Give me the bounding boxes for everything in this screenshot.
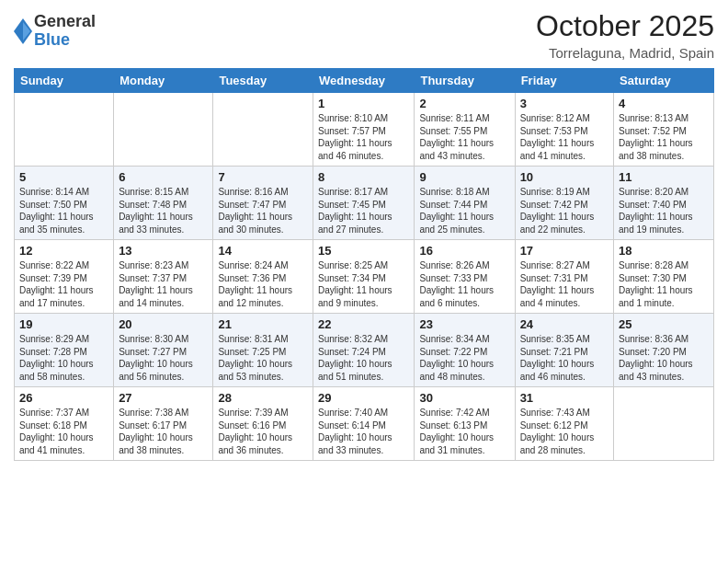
weekday-header-wednesday: Wednesday	[313, 69, 415, 93]
day-number: 18	[619, 244, 709, 258]
day-info: Sunrise: 8:30 AMSunset: 7:27 PMDaylight:…	[119, 333, 208, 383]
calendar-cell: 24Sunrise: 8:35 AMSunset: 7:21 PMDayligh…	[515, 314, 613, 387]
calendar-cell: 4Sunrise: 8:13 AMSunset: 7:52 PMDaylight…	[614, 93, 714, 167]
day-info: Sunrise: 8:14 AMSunset: 7:50 PMDaylight:…	[19, 186, 108, 236]
calendar-cell: 30Sunrise: 7:42 AMSunset: 6:13 PMDayligh…	[415, 387, 515, 461]
logo-text: General Blue	[34, 13, 96, 50]
day-info: Sunrise: 8:35 AMSunset: 7:21 PMDaylight:…	[520, 333, 609, 383]
day-info: Sunrise: 8:17 AMSunset: 7:45 PMDaylight:…	[318, 186, 409, 236]
day-number: 30	[419, 391, 509, 405]
day-number: 6	[119, 170, 208, 184]
day-number: 5	[19, 170, 108, 184]
day-info: Sunrise: 8:20 AMSunset: 7:40 PMDaylight:…	[619, 186, 709, 236]
logo-blue: Blue	[34, 31, 96, 50]
day-number: 17	[520, 244, 609, 258]
day-number: 21	[218, 317, 308, 331]
calendar-cell: 2Sunrise: 8:11 AMSunset: 7:55 PMDaylight…	[415, 93, 515, 167]
calendar-table: SundayMondayTuesdayWednesdayThursdayFrid…	[14, 68, 714, 461]
day-number: 19	[19, 317, 108, 331]
day-number: 26	[19, 391, 108, 405]
day-info: Sunrise: 8:22 AMSunset: 7:39 PMDaylight:…	[19, 259, 108, 309]
day-number: 1	[318, 97, 409, 110]
calendar-cell: 22Sunrise: 8:32 AMSunset: 7:24 PMDayligh…	[313, 314, 415, 387]
day-number: 8	[318, 170, 409, 184]
calendar-cell: 28Sunrise: 7:39 AMSunset: 6:16 PMDayligh…	[213, 387, 313, 461]
header: General Blue October 2025 Torrelaguna, M…	[14, 9, 714, 61]
calendar-cell	[114, 93, 213, 167]
calendar-cell: 21Sunrise: 8:31 AMSunset: 7:25 PMDayligh…	[213, 314, 313, 387]
day-number: 16	[419, 244, 509, 258]
day-info: Sunrise: 8:23 AMSunset: 7:37 PMDaylight:…	[119, 259, 208, 309]
calendar-cell: 31Sunrise: 7:43 AMSunset: 6:12 PMDayligh…	[515, 387, 613, 461]
month-title: October 2025	[536, 9, 714, 43]
calendar-week-row: 19Sunrise: 8:29 AMSunset: 7:28 PMDayligh…	[15, 314, 714, 387]
day-info: Sunrise: 8:28 AMSunset: 7:30 PMDaylight:…	[619, 259, 709, 309]
logo-general: General	[34, 13, 96, 31]
calendar-cell: 27Sunrise: 7:38 AMSunset: 6:17 PMDayligh…	[114, 387, 213, 461]
day-info: Sunrise: 8:25 AMSunset: 7:34 PMDaylight:…	[318, 259, 409, 309]
calendar-cell: 5Sunrise: 8:14 AMSunset: 7:50 PMDaylight…	[15, 167, 114, 240]
day-number: 20	[119, 317, 208, 331]
calendar-cell: 3Sunrise: 8:12 AMSunset: 7:53 PMDaylight…	[515, 93, 613, 167]
day-info: Sunrise: 8:24 AMSunset: 7:36 PMDaylight:…	[218, 259, 308, 309]
day-number: 23	[419, 317, 509, 331]
calendar-cell: 19Sunrise: 8:29 AMSunset: 7:28 PMDayligh…	[15, 314, 114, 387]
day-info: Sunrise: 8:13 AMSunset: 7:52 PMDaylight:…	[619, 112, 709, 162]
day-info: Sunrise: 8:29 AMSunset: 7:28 PMDaylight:…	[19, 333, 108, 383]
weekday-header-row: SundayMondayTuesdayWednesdayThursdayFrid…	[15, 69, 714, 93]
calendar-cell: 25Sunrise: 8:36 AMSunset: 7:20 PMDayligh…	[614, 314, 714, 387]
day-number: 10	[520, 170, 609, 184]
day-info: Sunrise: 8:26 AMSunset: 7:33 PMDaylight:…	[419, 259, 509, 309]
day-info: Sunrise: 7:37 AMSunset: 6:18 PMDaylight:…	[19, 407, 108, 456]
day-info: Sunrise: 8:27 AMSunset: 7:31 PMDaylight:…	[520, 259, 609, 309]
day-number: 4	[619, 97, 709, 110]
calendar-week-row: 12Sunrise: 8:22 AMSunset: 7:39 PMDayligh…	[15, 240, 714, 314]
day-number: 14	[218, 244, 308, 258]
calendar-cell: 16Sunrise: 8:26 AMSunset: 7:33 PMDayligh…	[415, 240, 515, 314]
title-section: October 2025 Torrelaguna, Madrid, Spain	[536, 9, 714, 61]
calendar-cell: 15Sunrise: 8:25 AMSunset: 7:34 PMDayligh…	[313, 240, 415, 314]
day-info: Sunrise: 8:18 AMSunset: 7:44 PMDaylight:…	[419, 186, 509, 236]
day-number: 3	[520, 97, 609, 110]
day-number: 9	[419, 170, 509, 184]
day-number: 24	[520, 317, 609, 331]
day-info: Sunrise: 8:36 AMSunset: 7:20 PMDaylight:…	[619, 333, 709, 383]
calendar-week-row: 5Sunrise: 8:14 AMSunset: 7:50 PMDaylight…	[15, 167, 714, 240]
weekday-header-friday: Friday	[515, 69, 613, 93]
day-number: 31	[520, 391, 609, 405]
calendar-cell: 14Sunrise: 8:24 AMSunset: 7:36 PMDayligh…	[213, 240, 313, 314]
calendar-cell: 12Sunrise: 8:22 AMSunset: 7:39 PMDayligh…	[15, 240, 114, 314]
weekday-header-thursday: Thursday	[415, 69, 515, 93]
logo: General Blue	[14, 13, 96, 50]
calendar-week-row: 26Sunrise: 7:37 AMSunset: 6:18 PMDayligh…	[15, 387, 714, 461]
day-number: 2	[419, 97, 509, 110]
day-number: 11	[619, 170, 709, 184]
calendar-cell: 7Sunrise: 8:16 AMSunset: 7:47 PMDaylight…	[213, 167, 313, 240]
page: General Blue October 2025 Torrelaguna, M…	[0, 0, 728, 563]
day-number: 28	[218, 391, 308, 405]
calendar-week-row: 1Sunrise: 8:10 AMSunset: 7:57 PMDaylight…	[15, 93, 714, 167]
weekday-header-saturday: Saturday	[614, 69, 714, 93]
day-info: Sunrise: 8:19 AMSunset: 7:42 PMDaylight:…	[520, 186, 609, 236]
day-info: Sunrise: 8:16 AMSunset: 7:47 PMDaylight:…	[218, 186, 308, 236]
day-info: Sunrise: 7:38 AMSunset: 6:17 PMDaylight:…	[119, 407, 208, 456]
day-number: 15	[318, 244, 409, 258]
day-number: 22	[318, 317, 409, 331]
calendar-cell: 29Sunrise: 7:40 AMSunset: 6:14 PMDayligh…	[313, 387, 415, 461]
day-number: 29	[318, 391, 409, 405]
day-info: Sunrise: 7:43 AMSunset: 6:12 PMDaylight:…	[520, 407, 609, 456]
location-title: Torrelaguna, Madrid, Spain	[536, 45, 714, 61]
calendar-cell: 10Sunrise: 8:19 AMSunset: 7:42 PMDayligh…	[515, 167, 613, 240]
day-number: 13	[119, 244, 208, 258]
day-info: Sunrise: 8:10 AMSunset: 7:57 PMDaylight:…	[318, 112, 409, 162]
day-number: 7	[218, 170, 308, 184]
calendar-cell: 9Sunrise: 8:18 AMSunset: 7:44 PMDaylight…	[415, 167, 515, 240]
weekday-header-sunday: Sunday	[15, 69, 114, 93]
calendar-cell: 26Sunrise: 7:37 AMSunset: 6:18 PMDayligh…	[15, 387, 114, 461]
calendar-cell: 8Sunrise: 8:17 AMSunset: 7:45 PMDaylight…	[313, 167, 415, 240]
day-number: 12	[19, 244, 108, 258]
calendar-cell: 6Sunrise: 8:15 AMSunset: 7:48 PMDaylight…	[114, 167, 213, 240]
weekday-header-tuesday: Tuesday	[213, 69, 313, 93]
calendar-cell: 23Sunrise: 8:34 AMSunset: 7:22 PMDayligh…	[415, 314, 515, 387]
day-info: Sunrise: 8:12 AMSunset: 7:53 PMDaylight:…	[520, 112, 609, 162]
